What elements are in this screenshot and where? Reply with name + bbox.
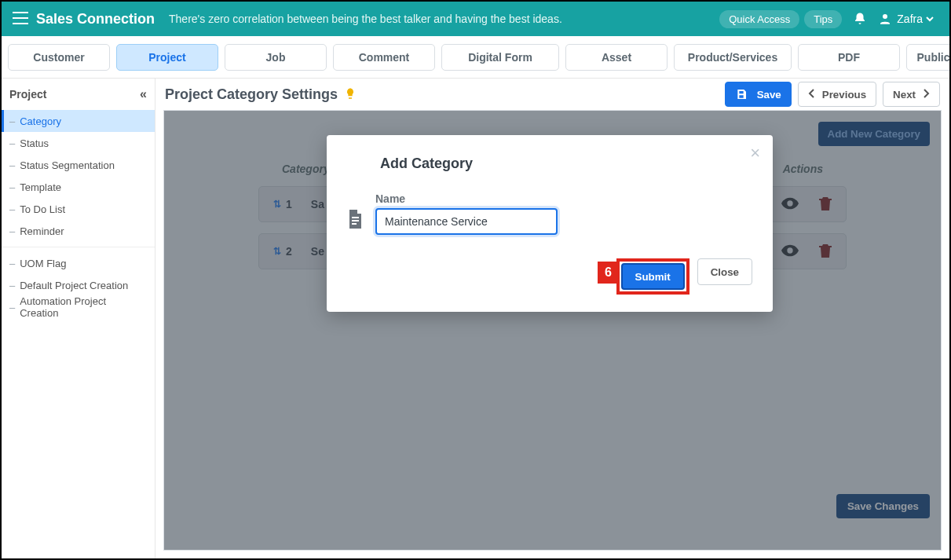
sidebar-item-automation-project-creation[interactable]: Automation Project Creation [2, 296, 155, 318]
chevron-down-icon [926, 13, 938, 25]
content-header: Project Category Settings Save Previous … [155, 79, 949, 110]
close-button[interactable]: Close [697, 258, 752, 285]
tab-asset[interactable]: Asset [565, 44, 668, 71]
svg-rect-1 [352, 217, 359, 218]
tab-product-services[interactable]: Product/Services [674, 44, 792, 71]
sidebar-item-template[interactable]: Template [2, 176, 155, 198]
user-name: Zafra [897, 13, 923, 25]
tips-button[interactable]: Tips [804, 10, 842, 28]
tagline-text: There's zero correlation between being t… [169, 13, 715, 25]
modal-title: Add Category [380, 156, 752, 172]
chevron-left-icon [808, 89, 816, 101]
sidebar-item-status-segmentation[interactable]: Status Segmentation [2, 154, 155, 176]
document-icon [347, 210, 363, 231]
svg-rect-3 [352, 223, 357, 225]
close-icon[interactable]: × [750, 143, 760, 163]
sidebar-separator [2, 247, 155, 247]
quick-access-button[interactable]: Quick Access [719, 10, 799, 28]
name-input[interactable] [375, 208, 558, 235]
chevron-right-icon [922, 89, 930, 101]
svg-rect-2 [352, 220, 359, 221]
next-button-label: Next [893, 89, 916, 101]
sidebar-item-status[interactable]: Status [2, 132, 155, 154]
tab-pdf[interactable]: PDF [798, 44, 900, 71]
save-button-label: Save [757, 89, 781, 101]
callout-highlight: 6 Submit [616, 258, 689, 295]
tab-strip: Customer Project Job Comment Digital For… [2, 36, 949, 79]
sidebar-item-uom-flag[interactable]: UOM Flag [2, 252, 155, 274]
submit-button[interactable]: Submit [621, 263, 685, 290]
svg-point-0 [883, 14, 887, 19]
page-title: Project Category Settings [165, 86, 338, 103]
sidebar-collapse-icon[interactable]: « [140, 87, 147, 101]
tab-project[interactable]: Project [116, 44, 218, 71]
menu-icon[interactable] [13, 12, 28, 27]
save-button[interactable]: Save [725, 82, 792, 107]
user-menu[interactable]: Zafra [878, 12, 938, 26]
tab-job[interactable]: Job [225, 44, 327, 71]
callout-number-badge: 6 [598, 262, 620, 284]
sidebar: Project « Category Status Status Segment… [2, 79, 155, 558]
next-button[interactable]: Next [883, 82, 940, 107]
sidebar-item-reminder[interactable]: Reminder [2, 220, 155, 242]
tab-customer[interactable]: Customer [8, 44, 110, 71]
previous-button[interactable]: Previous [798, 82, 876, 107]
name-label: Name [375, 192, 558, 205]
tab-public-form[interactable]: Public Fo [906, 44, 951, 71]
sidebar-item-todo-list[interactable]: To Do List [2, 198, 155, 220]
sidebar-item-default-project-creation[interactable]: Default Project Creation [2, 274, 155, 296]
sidebar-item-category[interactable]: Category [2, 110, 155, 132]
brand-title: Sales Connection [36, 11, 155, 27]
previous-button-label: Previous [822, 89, 866, 101]
add-category-modal: × Add Category Name 6 Submit Close [327, 135, 773, 312]
lightbulb-icon[interactable] [344, 87, 357, 102]
tab-digital-form[interactable]: Digital Form [441, 44, 559, 71]
top-bar: Sales Connection There's zero correlatio… [2, 2, 949, 36]
bell-icon[interactable] [853, 12, 867, 26]
tab-comment[interactable]: Comment [333, 44, 435, 71]
sidebar-title: Project [9, 88, 46, 101]
